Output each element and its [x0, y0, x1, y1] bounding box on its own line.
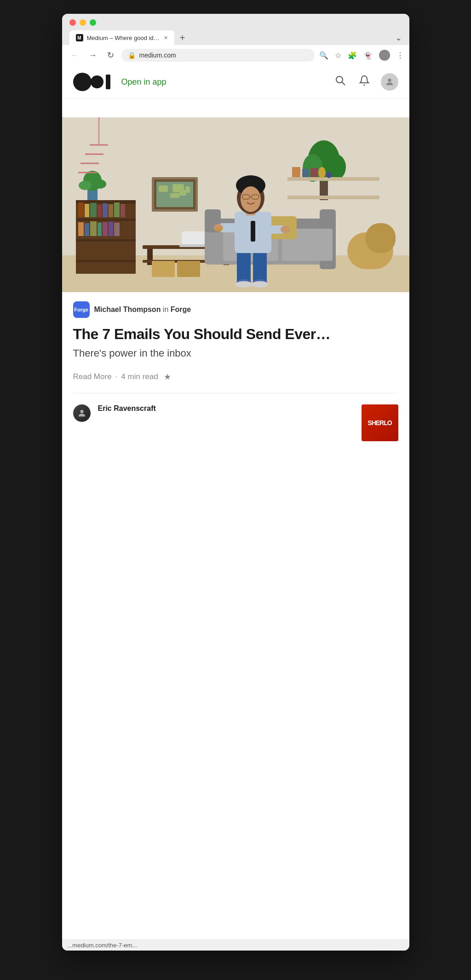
svg-rect-60 [152, 261, 175, 277]
notification-bell-icon[interactable] [357, 73, 372, 91]
logo-bar [106, 75, 110, 89]
browser-menu-button[interactable]: ⋮ [396, 51, 404, 60]
svg-rect-11 [78, 202, 84, 217]
svg-rect-19 [78, 222, 84, 236]
tab-options-button[interactable]: ⌄ [395, 33, 402, 43]
address-right-icons: 🔍 ☆ 🧩 👻 ⋮ [319, 50, 404, 61]
svg-rect-44 [292, 167, 300, 177]
svg-rect-69 [237, 251, 251, 283]
svg-rect-17 [114, 202, 120, 217]
second-author-name: Eric Ravenscraft [98, 404, 354, 413]
dot-separator: · [115, 372, 118, 381]
address-field[interactable]: 🔒 medium.com [121, 49, 315, 62]
svg-rect-36 [170, 193, 179, 198]
tab-bar: M Medium – Where good ideas fi × + ⌄ [69, 30, 402, 45]
svg-point-74 [252, 281, 268, 288]
address-bar-row: ← → ↻ 🔒 medium.com 🔍 ☆ 🧩 👻 ⋮ [62, 45, 409, 65]
svg-rect-23 [103, 222, 108, 236]
svg-rect-89 [251, 221, 255, 242]
svg-rect-9 [76, 239, 136, 242]
svg-rect-90 [216, 228, 222, 231]
svg-rect-15 [103, 203, 108, 217]
read-more-link[interactable]: Read More [73, 372, 112, 381]
svg-rect-42 [287, 177, 379, 181]
svg-rect-61 [177, 261, 200, 277]
svg-rect-10 [76, 260, 136, 262]
second-article-info: Eric Ravenscraft [98, 404, 354, 413]
logo-circle-large [73, 73, 92, 91]
lock-icon: 🔒 [128, 52, 136, 59]
svg-rect-13 [90, 203, 97, 217]
back-button[interactable]: ← [68, 50, 81, 61]
svg-rect-20 [85, 223, 89, 236]
svg-rect-8 [76, 219, 136, 221]
medium-logo[interactable] [73, 73, 110, 91]
active-tab[interactable]: M Medium – Where good ideas fi × [69, 30, 174, 45]
extensions-icon[interactable]: 🧩 [348, 51, 357, 60]
svg-point-73 [236, 281, 252, 288]
article-meta: Forge Michael Thompson in Forge [62, 292, 409, 318]
close-window-button[interactable] [69, 19, 76, 26]
bookmark-star-icon[interactable]: ☆ [335, 51, 341, 60]
page-content: Open in app [62, 65, 409, 940]
svg-point-91 [80, 410, 83, 413]
article-footer: Read More · 4 min read ★ [62, 368, 409, 393]
browser-titlebar: M Medium – Where good ideas fi × + ⌄ [62, 14, 409, 45]
svg-rect-88 [366, 223, 396, 253]
status-url: ...medium.com/the-7-em... [68, 942, 138, 949]
svg-rect-37 [185, 186, 190, 193]
svg-rect-70 [253, 251, 267, 283]
svg-rect-35 [179, 190, 186, 196]
svg-rect-14 [98, 205, 102, 217]
svg-rect-7 [76, 200, 136, 204]
search-icon[interactable] [333, 73, 348, 91]
tab-title: Medium – Where good ideas fi [87, 35, 161, 41]
svg-rect-33 [159, 185, 168, 192]
svg-rect-22 [98, 223, 102, 236]
article-byline: Michael Thompson in Forge [94, 306, 191, 314]
new-tab-button[interactable]: + [176, 31, 189, 45]
ghost-icon[interactable]: 👻 [363, 51, 373, 60]
svg-rect-12 [85, 204, 89, 217]
save-bookmark-icon[interactable]: ★ [164, 372, 171, 382]
avatar[interactable] [381, 73, 398, 91]
svg-point-28 [79, 181, 92, 190]
second-author-avatar [73, 404, 91, 422]
tab-close-button[interactable]: × [164, 34, 168, 41]
medium-header: Open in app [62, 65, 409, 99]
svg-rect-25 [114, 223, 120, 236]
profile-icon[interactable] [379, 50, 390, 61]
second-article-thumbnail: SHERLO [362, 404, 398, 441]
svg-point-48 [326, 172, 332, 178]
svg-rect-21 [90, 221, 97, 236]
spacer-top [62, 99, 409, 117]
publication-icon: Forge [73, 301, 90, 318]
svg-point-47 [318, 167, 326, 178]
svg-point-0 [336, 76, 343, 83]
svg-rect-24 [109, 222, 113, 236]
second-article-preview: Eric Ravenscraft SHERLO [62, 393, 409, 452]
svg-rect-46 [310, 168, 318, 177]
svg-rect-16 [109, 204, 113, 217]
open-in-app-link[interactable]: Open in app [121, 77, 167, 87]
zoom-icon[interactable]: 🔍 [319, 51, 328, 60]
article-subtitle: There's power in the inbox [62, 346, 409, 368]
svg-rect-43 [287, 196, 379, 199]
svg-point-79 [281, 226, 290, 233]
maximize-window-button[interactable] [90, 19, 96, 26]
svg-point-29 [93, 179, 106, 189]
svg-rect-18 [121, 204, 125, 217]
minimize-window-button[interactable] [80, 19, 86, 26]
status-bar: ...medium.com/the-7-em... [62, 940, 409, 951]
svg-rect-45 [302, 169, 309, 177]
read-time: 4 min read [121, 372, 158, 381]
tab-favicon: M [76, 34, 83, 41]
article-image [62, 117, 409, 292]
browser-window: M Medium – Where good ideas fi × + ⌄ ← →… [62, 14, 409, 951]
logo-circle-medium [91, 75, 103, 88]
forward-button[interactable]: → [86, 50, 100, 61]
svg-point-2 [388, 79, 391, 82]
svg-line-1 [342, 82, 345, 86]
refresh-button[interactable]: ↻ [104, 49, 117, 61]
article-title: The 7 Emails You Should Send Ever… [62, 318, 409, 346]
